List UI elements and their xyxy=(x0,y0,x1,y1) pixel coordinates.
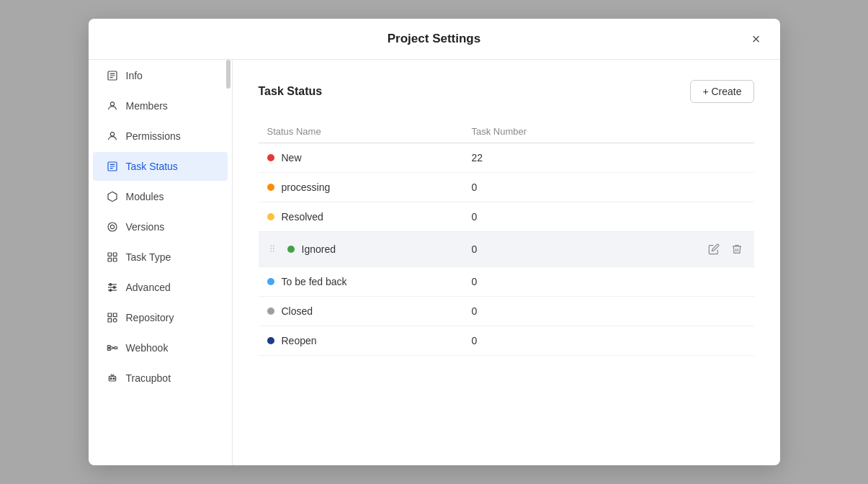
svg-point-29 xyxy=(110,378,112,380)
status-name-text: Ignored xyxy=(302,243,336,255)
sidebar-item-versions[interactable]: Versions xyxy=(93,212,228,241)
svg-point-22 xyxy=(113,318,117,322)
svg-point-34 xyxy=(272,248,274,249)
sidebar-item-members[interactable]: Members xyxy=(93,91,228,120)
tracupbot-icon xyxy=(106,372,119,385)
col-actions xyxy=(688,126,746,137)
info-icon xyxy=(106,69,119,82)
status-color-dot xyxy=(267,278,274,285)
svg-rect-25 xyxy=(114,347,117,349)
sidebar-item-label-task-type: Task Type xyxy=(126,251,171,263)
modal-overlay: Project Settings × InfoMembersPermission… xyxy=(0,0,868,484)
status-color-dot xyxy=(267,154,274,161)
sidebar-item-label-permissions: Permissions xyxy=(126,130,181,142)
svg-point-21 xyxy=(109,290,112,292)
svg-point-10 xyxy=(108,223,117,231)
repository-icon xyxy=(106,311,119,324)
create-button[interactable]: + Create xyxy=(690,80,753,103)
table-row[interactable]: Ignored0 xyxy=(259,232,754,267)
close-button[interactable]: × xyxy=(746,28,767,50)
sidebar: InfoMembersPermissionsTask StatusModules… xyxy=(89,60,233,465)
sidebar-item-tracupbot[interactable]: Tracupbot xyxy=(93,364,228,393)
sidebar-item-label-repository: Repository xyxy=(126,312,174,323)
status-name-cell: New xyxy=(267,152,472,163)
sidebar-scrollbar[interactable] xyxy=(226,60,231,89)
modal-title: Project Settings xyxy=(388,32,480,46)
sidebar-item-label-modules: Modules xyxy=(126,191,164,202)
svg-rect-24 xyxy=(107,349,110,351)
svg-rect-15 xyxy=(113,258,117,261)
task-number-cell: 0 xyxy=(472,276,688,287)
svg-point-5 xyxy=(110,133,114,136)
status-name-text: Resolved xyxy=(282,211,323,223)
status-name-text: To be fed back xyxy=(282,276,347,287)
sidebar-item-advanced[interactable]: Advanced xyxy=(93,273,228,302)
svg-rect-14 xyxy=(108,258,112,261)
modal: Project Settings × InfoMembersPermission… xyxy=(89,19,780,465)
svg-point-32 xyxy=(272,245,274,246)
table-row[interactable]: Resolved0 xyxy=(259,202,754,232)
sidebar-item-info[interactable]: Info xyxy=(93,61,228,90)
versions-icon xyxy=(106,220,119,233)
sidebar-item-webhook[interactable]: Webhook xyxy=(93,333,228,362)
table-container: Status Name Task Number New22processing0… xyxy=(259,120,754,356)
modal-body: InfoMembersPermissionsTask StatusModules… xyxy=(89,60,780,465)
task-type-icon xyxy=(106,251,119,264)
status-name-cell: Ignored xyxy=(267,243,472,256)
status-name-text: New xyxy=(282,152,302,163)
sidebar-item-modules[interactable]: Modules xyxy=(93,182,228,211)
status-name-text: Closed xyxy=(282,305,313,317)
svg-point-36 xyxy=(272,250,274,251)
svg-point-31 xyxy=(270,245,272,246)
svg-point-35 xyxy=(270,250,272,251)
status-name-cell: Reopen xyxy=(267,335,472,346)
status-name-cell: processing xyxy=(267,182,472,193)
svg-rect-13 xyxy=(113,253,117,256)
task-number-cell: 0 xyxy=(472,182,688,193)
section-header: Task Status + Create xyxy=(259,80,754,103)
svg-point-4 xyxy=(110,102,114,106)
sidebar-item-task-status[interactable]: Task Status xyxy=(93,152,228,181)
task-number-cell: 0 xyxy=(472,243,688,255)
svg-point-30 xyxy=(113,378,115,380)
table-row[interactable]: To be fed back0 xyxy=(259,267,754,297)
status-name-cell: To be fed back xyxy=(267,276,472,287)
sidebar-item-permissions[interactable]: Permissions xyxy=(93,122,228,151)
webhook-icon xyxy=(106,341,119,354)
svg-point-19 xyxy=(109,284,112,286)
sidebar-item-label-advanced: Advanced xyxy=(126,282,171,293)
status-color-dot xyxy=(267,337,274,344)
col-task-number: Task Number xyxy=(472,126,688,137)
sidebar-item-task-type[interactable]: Task Type xyxy=(93,243,228,272)
drag-handle-icon[interactable] xyxy=(267,243,277,256)
sidebar-item-label-webhook: Webhook xyxy=(126,342,169,354)
sidebar-item-label-members: Members xyxy=(126,100,168,112)
table-row[interactable]: New22 xyxy=(259,143,754,173)
main-content: Task Status + Create Status Name Task Nu… xyxy=(233,60,780,465)
task-number-cell: 0 xyxy=(472,305,688,317)
delete-button[interactable] xyxy=(728,241,746,258)
table-row[interactable]: processing0 xyxy=(259,173,754,202)
modal-header: Project Settings × xyxy=(89,19,780,60)
advanced-icon xyxy=(106,281,119,294)
status-color-dot xyxy=(267,184,274,191)
task-number-cell: 22 xyxy=(472,152,688,163)
svg-point-20 xyxy=(113,287,115,289)
svg-line-27 xyxy=(110,348,114,349)
sidebar-item-label-task-status: Task Status xyxy=(126,161,178,172)
edit-button[interactable] xyxy=(705,241,722,258)
task-status-icon xyxy=(106,160,119,173)
sidebar-item-repository[interactable]: Repository xyxy=(93,303,228,332)
table-row[interactable]: Closed0 xyxy=(259,297,754,326)
modules-icon xyxy=(106,190,119,203)
svg-point-11 xyxy=(110,225,114,228)
task-number-cell: 0 xyxy=(472,211,688,223)
table-row[interactable]: Reopen0 xyxy=(259,326,754,356)
sidebar-item-label-versions: Versions xyxy=(126,221,165,233)
svg-rect-23 xyxy=(107,346,110,348)
table-header: Status Name Task Number xyxy=(259,120,754,143)
section-title: Task Status xyxy=(259,85,323,98)
permissions-icon xyxy=(106,130,119,143)
svg-rect-12 xyxy=(108,253,112,256)
status-name-text: processing xyxy=(282,182,331,193)
